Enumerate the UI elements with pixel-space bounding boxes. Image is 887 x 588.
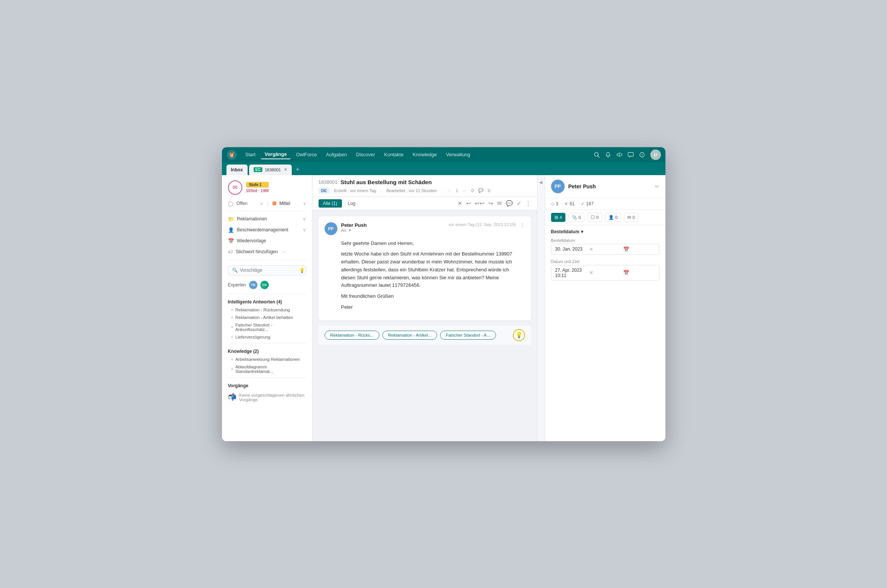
- search-icon-sidebar: 🔍: [232, 268, 238, 273]
- nav-item-knowledge[interactable]: Knowledge: [409, 150, 440, 159]
- search-icon[interactable]: [594, 152, 600, 158]
- datum-zeit-value: 27. Apr. 2023 10:11: [555, 268, 587, 278]
- experts-label: Experten: [228, 282, 246, 288]
- rtab-mail[interactable]: ✉ 0: [624, 213, 638, 222]
- megaphone-icon[interactable]: [616, 152, 622, 158]
- expert-tb[interactable]: TB: [249, 281, 257, 289]
- help-icon[interactable]: ?: [639, 152, 645, 158]
- edit-contact-icon[interactable]: ✏: [655, 183, 659, 189]
- nav-item-aufgaben[interactable]: Aufgaben: [322, 150, 351, 159]
- rtab-checklist[interactable]: ☐ 0: [587, 213, 602, 222]
- svg-text:🦉: 🦉: [228, 151, 236, 158]
- ia-item-2[interactable]: Falscher Standort - Ankunftsschätz...: [222, 321, 312, 333]
- field-section-title[interactable]: Bestelldatum ▾: [551, 229, 659, 234]
- datum-zeit-input[interactable]: 27. Apr. 2023 10:11 ✕ 📅: [551, 265, 659, 281]
- right-sidebar: PP Peter Push ✏ ◇ 3 ✕ 61 ✓ 187: [545, 175, 665, 441]
- message-icon[interactable]: ✉: [497, 200, 502, 207]
- reply-icon[interactable]: ↩: [466, 200, 471, 207]
- datum-zeit-calendar-icon[interactable]: 📅: [623, 270, 655, 276]
- reply-all-icon[interactable]: ↩↩: [475, 200, 485, 207]
- stichwort-more[interactable]: ···: [282, 249, 286, 254]
- nav-item-owlforce[interactable]: OwlForce: [292, 150, 321, 159]
- stat-check-value: 187: [586, 201, 594, 206]
- comment-icon[interactable]: 💬: [506, 200, 513, 207]
- sidebar-item-wiedervorlage[interactable]: 📅 Wiedervorlage: [222, 236, 312, 246]
- expert-ds[interactable]: DS: [260, 281, 269, 289]
- search-input[interactable]: [240, 268, 297, 273]
- ia-item-3[interactable]: Lieferverzögerung: [222, 333, 312, 341]
- rtab-tickets[interactable]: ⊞ 4: [551, 213, 565, 222]
- rtab-people-count: 0: [615, 215, 618, 220]
- status-label[interactable]: Offen: [237, 201, 248, 206]
- message-area: PP Peter Push An: ▾ vor einem Tag (12. S…: [313, 210, 537, 441]
- msg-more-icon[interactable]: ⋮: [520, 222, 525, 228]
- sidebar-header: ✉ Stufe 1 10Std · 19M: [222, 175, 312, 199]
- rtab-people[interactable]: 👤 0: [605, 213, 621, 222]
- sidebar-item-stichwort[interactable]: 🏷 Stichwort hinzufügen ···: [222, 246, 312, 257]
- rtab-check-icon: ☐: [591, 215, 595, 220]
- ticket-number: 1838001: [319, 179, 338, 185]
- reklamationen-arrow: ∨: [303, 216, 306, 222]
- stage-badge: Stufe 1: [246, 182, 269, 188]
- priority-arrow[interactable]: ∨: [303, 201, 306, 206]
- answer-chip-1[interactable]: Reklamation - Artikel...: [382, 331, 437, 340]
- app-logo: 🦉: [226, 149, 237, 160]
- beschwerdemanagement-arrow: ∨: [303, 227, 306, 232]
- sidebar-stage: Stufe 1 10Std · 19M: [246, 182, 269, 193]
- priority-value[interactable]: Mittel: [279, 201, 290, 206]
- nav-item-verwaltung[interactable]: Verwaltung: [442, 150, 474, 159]
- tab-log[interactable]: Log: [343, 199, 360, 208]
- ia-item-0[interactable]: Reklamation - Rücksendung: [222, 306, 312, 314]
- message-tabs: Alle (1) Log: [319, 199, 454, 208]
- right-sidebar-header: PP Peter Push ✏: [545, 175, 665, 198]
- answer-chip-2[interactable]: Falscher Standort - A...: [440, 331, 496, 340]
- intelligent-answers-title: Intelligente Antworten (4): [222, 296, 312, 306]
- sidebar-item-reklamationen[interactable]: 📁 Reklamationen ∨: [222, 214, 312, 225]
- close-icon[interactable]: ✕: [457, 200, 462, 207]
- sidebar-collapse-toggle[interactable]: ◀: [537, 175, 545, 441]
- msg-recipient: An: ▾: [341, 228, 445, 233]
- bell-icon[interactable]: [605, 152, 611, 158]
- bestelldatum-calendar-icon[interactable]: 📅: [623, 246, 655, 252]
- folder-icon: 📁: [228, 216, 234, 222]
- rtab-attach-count: 0: [579, 215, 581, 220]
- msg-body-text: letzte Woche habe ich den Stuhl mit Arml…: [341, 250, 525, 289]
- tab-inbox[interactable]: Inbox: [226, 165, 248, 175]
- sidebar-item-beschwerdemanagement[interactable]: 👤 Beschwerdemanagement ∨: [222, 225, 312, 236]
- knowledge-item-1[interactable]: Ablaufdiagramm Standardreklamat...: [222, 363, 312, 375]
- check-icon[interactable]: ✓: [517, 200, 522, 207]
- case-tab-close[interactable]: ✕: [284, 167, 287, 172]
- bestelldatum-clear-icon[interactable]: ✕: [589, 246, 621, 252]
- bestelldatum-value: 30. Jan. 2023: [555, 246, 587, 252]
- forward-icon[interactable]: ↪: [488, 200, 493, 207]
- tab-case[interactable]: EC 1838001 ✕: [249, 165, 292, 175]
- recipient-label: An:: [341, 228, 348, 232]
- more-icon[interactable]: ⋮: [525, 200, 531, 207]
- status-arrow[interactable]: ∨: [260, 201, 263, 206]
- search-box: 🔍 💡: [228, 265, 306, 276]
- nav-item-kontakte[interactable]: Kontakte: [380, 150, 407, 159]
- bestelldatum-input[interactable]: 30. Jan. 2023 ✕ 📅: [551, 244, 659, 255]
- chat-icon[interactable]: [628, 152, 634, 158]
- smart-answer-bulb-button[interactable]: 💡: [513, 329, 525, 341]
- nav-item-start[interactable]: Start: [242, 150, 259, 159]
- add-tab-button[interactable]: +: [293, 165, 302, 175]
- rtab-attachments[interactable]: 📎 0: [568, 213, 584, 222]
- rtab-tickets-icon: ⊞: [554, 215, 558, 220]
- forward-count: 1: [456, 188, 458, 193]
- suggestion-bulb-icon[interactable]: 💡: [299, 268, 305, 273]
- nav-item-discover[interactable]: Discover: [352, 150, 379, 159]
- reply-count: 0: [471, 188, 474, 193]
- top-nav: 🦉 Start Vorgänge OwlForce Aufgaben Disco…: [222, 147, 665, 162]
- smart-answers: Reklamation - Rücks... Reklamation - Art…: [319, 325, 531, 345]
- user-avatar[interactable]: U: [650, 149, 661, 160]
- no-similar-vorgaenge: 📬 Keine vorgeschlagenen ähnlichen Vorgän…: [222, 390, 312, 405]
- ia-item-1[interactable]: Reklamation - Artikel behalten: [222, 314, 312, 321]
- knowledge-item-0[interactable]: Arbeitsanweisung Reklamationen: [222, 356, 312, 363]
- tab-alle[interactable]: Alle (1): [319, 199, 342, 208]
- answer-chip-0[interactable]: Reklamation - Rücks...: [325, 331, 380, 340]
- datum-zeit-clear-icon[interactable]: ✕: [589, 270, 621, 276]
- ticket-meta: DE Erstellt : vor einem Tag · Bearbeitet…: [319, 188, 531, 194]
- nav-item-vorgaenge[interactable]: Vorgänge: [261, 150, 291, 159]
- vorgaenge-title: Vorgänge: [222, 380, 312, 390]
